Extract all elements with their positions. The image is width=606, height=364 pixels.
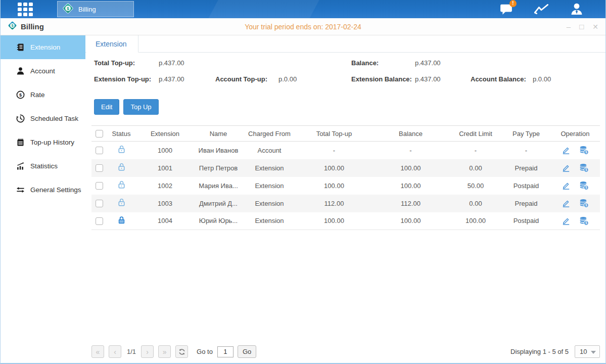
next-page-button[interactable]: ›	[141, 345, 154, 358]
cell-balance: 100.00	[372, 212, 449, 230]
app-launcher-icon[interactable]	[18, 3, 36, 16]
table-row[interactable]: 1004 Юрий Юрь... Extension 100.00 100.00…	[91, 212, 600, 230]
table-row[interactable]: 1001 Петр Петров Extension 100.00 100.00…	[91, 159, 600, 177]
user-account-button[interactable]	[569, 2, 584, 16]
account-topup-value: p.0.00	[278, 75, 297, 83]
minimize-button[interactable]: –	[567, 23, 571, 30]
cell-name: Иван Иванов	[194, 142, 243, 159]
extension-balance-label: Extension Balance:	[351, 75, 412, 83]
maximize-button[interactable]: □	[579, 23, 584, 30]
go-button[interactable]: Go	[238, 345, 256, 358]
account-person-icon	[16, 67, 25, 75]
desktop-topbar: $ Billing !	[1, 0, 605, 18]
top-up-row-icon[interactable]: $	[579, 181, 589, 190]
analytics-icon	[534, 3, 549, 16]
taskbar-billing-app[interactable]: $ Billing	[57, 1, 134, 17]
table-row[interactable]: 1002 Мария Ива... Extension 100.00 100.0…	[91, 177, 600, 195]
edit-row-icon[interactable]	[562, 181, 571, 190]
col-status: Status	[107, 126, 136, 142]
sidebar-item-label: Extension	[30, 43, 60, 51]
sidebar-item-scheduled-task[interactable]: Scheduled Task	[1, 107, 85, 130]
svg-text:$: $	[585, 168, 587, 172]
chevron-down-icon	[591, 351, 596, 354]
edit-row-icon[interactable]	[562, 163, 571, 172]
table-header-row: Status Extension Name Charged From Total…	[91, 126, 600, 142]
billing-window-icon: $	[8, 21, 17, 32]
rate-dollar-icon: $	[16, 90, 25, 99]
cell-name: Юрий Юрь...	[194, 212, 243, 230]
window-titlebar: $ Billing Your trial period ends on: 201…	[1, 18, 605, 35]
table-row[interactable]: 1003 Дмитрий Д... Extension 112.00 112.0…	[91, 195, 600, 212]
lock-status-icon	[117, 180, 126, 190]
sidebar-item-account[interactable]: Account	[1, 59, 85, 83]
table-row[interactable]: 1000 Иван Иванов Account - - - -	[91, 142, 600, 159]
unlocked-icon	[117, 145, 126, 154]
cell-total-topup: 100.00	[296, 177, 372, 195]
col-name: Name	[194, 126, 243, 142]
row-checkbox[interactable]	[96, 147, 103, 154]
cell-extension: 1002	[136, 177, 194, 195]
sidebar-item-label: Scheduled Task	[30, 115, 78, 122]
cell-charged-from: Extension	[243, 159, 296, 177]
top-up-row-icon[interactable]: $	[579, 199, 589, 208]
page-size-select[interactable]: 10	[575, 345, 600, 358]
edit-row-icon[interactable]	[562, 199, 571, 208]
top-up-row-icon[interactable]: $	[579, 146, 589, 155]
main-content: Extension Total Top-up: p.437.00 Balance…	[85, 35, 606, 362]
cell-balance: -	[372, 142, 449, 159]
cell-pay-type: Prepaid	[502, 195, 550, 212]
user-icon	[570, 2, 584, 16]
goto-page-input[interactable]	[217, 346, 234, 357]
col-operation: Operation	[550, 126, 600, 142]
cell-total-topup: 100.00	[296, 159, 372, 177]
tab-extension[interactable]: Extension	[86, 35, 138, 53]
extension-topup-label: Extension Top-up:	[94, 75, 151, 83]
cell-charged-from: Extension	[243, 212, 296, 230]
lock-status-icon	[117, 198, 126, 207]
pagination-bar: « ‹ 1/1 › » Go to Go Displaying	[91, 345, 600, 358]
last-page-button[interactable]: »	[158, 345, 171, 358]
close-button[interactable]: ✕	[592, 23, 598, 30]
select-all-checkbox[interactable]	[96, 130, 103, 138]
edit-row-icon[interactable]	[562, 216, 571, 225]
cell-total-topup: 100.00	[296, 212, 372, 230]
unlocked-icon	[117, 162, 126, 172]
extensions-table: Status Extension Name Charged From Total…	[91, 125, 600, 230]
cell-credit-limit: 0.00	[449, 159, 502, 177]
prev-page-button[interactable]: ‹	[109, 345, 121, 358]
cell-pay-type: Postpaid	[502, 177, 550, 195]
notification-badge: !	[509, 0, 517, 7]
refresh-button[interactable]	[175, 345, 188, 358]
lock-status-icon	[117, 145, 126, 154]
lock-status-icon	[117, 162, 126, 172]
sidebar-item-rate[interactable]: $ Rate	[1, 83, 85, 107]
svg-text:$: $	[585, 151, 587, 155]
sidebar-item-label: General Settings	[30, 186, 81, 194]
top-up-row-icon[interactable]: $	[579, 216, 589, 225]
row-checkbox[interactable]	[96, 164, 103, 172]
statistics-monitor-button[interactable]	[534, 2, 549, 16]
svg-text:$: $	[19, 93, 22, 98]
sidebar-item-label: Top-up History	[30, 139, 74, 146]
window-title: Billing	[21, 22, 44, 31]
cell-credit-limit: 50.00	[449, 177, 502, 195]
lock-status-icon	[117, 215, 126, 225]
edit-row-icon[interactable]	[562, 146, 571, 155]
sidebar-item-extension[interactable]: Extension	[1, 35, 85, 59]
current-page: 1/1	[127, 348, 136, 355]
sidebar-item-general-settings[interactable]: General Settings	[1, 178, 85, 202]
locked-icon	[117, 215, 126, 225]
edit-button[interactable]: Edit	[94, 99, 119, 115]
first-page-button[interactable]: «	[91, 345, 104, 358]
col-pay-type: Pay Type	[502, 126, 550, 142]
row-checkbox[interactable]	[96, 200, 103, 207]
sidebar-item-statistics[interactable]: Statistics	[1, 154, 85, 178]
messages-button[interactable]: !	[498, 2, 514, 16]
row-checkbox[interactable]	[96, 182, 103, 190]
row-checkbox[interactable]	[96, 217, 103, 225]
account-balance-label: Account Balance:	[471, 75, 526, 83]
top-up-button[interactable]: Top Up	[123, 99, 158, 115]
cell-pay-type: Postpaid	[502, 212, 550, 230]
sidebar-item-topup-history[interactable]: Top-up History	[1, 130, 85, 154]
top-up-row-icon[interactable]: $	[579, 163, 589, 172]
